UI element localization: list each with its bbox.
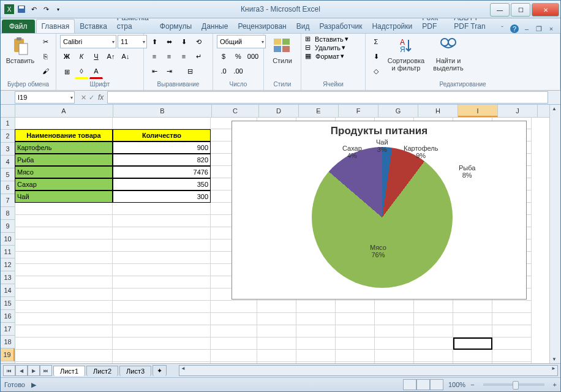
- row-header-13[interactable]: 13: [1, 271, 15, 284]
- align-middle-icon[interactable]: ⬌: [162, 35, 176, 48]
- tab-view[interactable]: Вид: [292, 20, 315, 33]
- sheet-first-icon[interactable]: ⏮: [3, 365, 15, 376]
- doc-minimize-icon[interactable]: –: [522, 24, 531, 33]
- save-icon[interactable]: [17, 4, 26, 14]
- styles-button[interactable]: Стили: [268, 35, 297, 66]
- undo-icon[interactable]: ↶: [29, 4, 39, 14]
- cell-A7[interactable]: Чай: [15, 190, 113, 203]
- redo-icon[interactable]: ↷: [41, 4, 51, 14]
- cell-B7[interactable]: 300: [113, 190, 211, 203]
- decrease-decimal-icon[interactable]: .00: [232, 64, 245, 78]
- cell-A5[interactable]: Мясо: [15, 166, 113, 178]
- zoom-slider[interactable]: [483, 383, 544, 386]
- row-header-2[interactable]: 2: [1, 130, 15, 143]
- font-color-button[interactable]: A: [89, 64, 103, 79]
- normal-view-button[interactable]: [403, 379, 416, 390]
- percent-icon[interactable]: %: [232, 50, 245, 63]
- row-header-7[interactable]: 7: [1, 194, 15, 207]
- tab-insert[interactable]: Вставка: [75, 20, 112, 33]
- col-header-E[interactable]: E: [299, 105, 339, 117]
- fill-icon[interactable]: ⬇: [369, 50, 383, 63]
- delete-cells-button[interactable]: ⊟ Удалить ▾: [305, 43, 345, 51]
- formula-bar[interactable]: [107, 91, 548, 104]
- tab-home[interactable]: Главная: [36, 19, 75, 33]
- new-sheet-button[interactable]: ✦: [152, 365, 167, 376]
- cell-A2[interactable]: Наименование товара: [15, 129, 113, 141]
- sheet-tab-3[interactable]: Лист3: [119, 366, 151, 376]
- zoom-level[interactable]: 100%: [448, 381, 465, 388]
- fx-enter-icon[interactable]: ✓: [89, 94, 94, 102]
- grid[interactable]: ABCDEFGHIJ 12345678910111213141516171819…: [1, 105, 549, 363]
- row-header-20[interactable]: 20: [1, 361, 15, 363]
- format-painter-icon[interactable]: 🖌: [39, 64, 52, 78]
- fill-color-button[interactable]: ◊: [75, 64, 88, 79]
- tab-review[interactable]: Рецензирован: [233, 20, 291, 33]
- underline-button[interactable]: Ч: [89, 50, 103, 63]
- row-header-5[interactable]: 5: [1, 168, 15, 181]
- italic-button[interactable]: К: [75, 50, 88, 63]
- paste-button[interactable]: Вставить: [4, 35, 36, 66]
- cell-B5[interactable]: 7476: [113, 166, 211, 178]
- align-top-icon[interactable]: ⬆: [148, 35, 161, 48]
- embedded-chart[interactable]: Продукты питания Картофель 9% Рыба 8% Мя…: [232, 121, 527, 300]
- col-header-G[interactable]: G: [378, 105, 418, 117]
- autosum-icon[interactable]: Σ: [369, 35, 383, 48]
- zoom-in-button[interactable]: +: [553, 381, 557, 388]
- col-header-B[interactable]: B: [113, 105, 212, 117]
- row-header-9[interactable]: 9: [1, 220, 15, 233]
- cell-A4[interactable]: Рыба: [15, 154, 113, 166]
- col-header-H[interactable]: H: [418, 105, 458, 117]
- font-size-combo[interactable]: 11: [118, 35, 147, 48]
- sheet-prev-icon[interactable]: ◀: [15, 365, 28, 376]
- increase-font-icon[interactable]: A↑: [104, 50, 118, 63]
- sheet-next-icon[interactable]: ▶: [28, 365, 40, 376]
- row-header-10[interactable]: 10: [1, 233, 15, 246]
- orientation-icon[interactable]: ⟲: [192, 35, 205, 48]
- col-header-D[interactable]: D: [259, 105, 299, 117]
- help-icon[interactable]: ?: [510, 24, 519, 33]
- fx-icon[interactable]: fx: [98, 93, 104, 102]
- wrap-text-icon[interactable]: ↵: [192, 50, 205, 63]
- cell-B3[interactable]: 900: [113, 141, 211, 154]
- cell-B6[interactable]: 350: [113, 178, 211, 190]
- sheet-last-icon[interactable]: ⏭: [40, 365, 52, 376]
- decrease-indent-icon[interactable]: ⇤: [148, 64, 161, 78]
- tab-addins[interactable]: Надстройки: [367, 20, 417, 33]
- clear-icon[interactable]: ◇: [369, 64, 383, 78]
- align-left-icon[interactable]: ≡: [148, 50, 161, 63]
- row-header-1[interactable]: 1: [1, 117, 15, 130]
- col-header-A[interactable]: A: [15, 105, 113, 117]
- page-layout-view-button[interactable]: [416, 379, 430, 390]
- doc-restore-icon[interactable]: ❐: [535, 24, 543, 33]
- col-header-J[interactable]: J: [498, 105, 538, 117]
- doc-close-icon[interactable]: ×: [547, 24, 555, 33]
- cells[interactable]: Продукты питания Картофель 9% Рыба 8% Мя…: [15, 117, 549, 363]
- qat-dropdown-icon[interactable]: ▾: [53, 4, 63, 14]
- cut-icon[interactable]: ✂: [39, 35, 52, 48]
- row-header-12[interactable]: 12: [1, 258, 15, 271]
- find-select-button[interactable]: Найти и выделить: [429, 35, 467, 73]
- cell-B4[interactable]: 820: [113, 154, 211, 166]
- row-header-17[interactable]: 17: [1, 323, 15, 336]
- format-cells-button[interactable]: ▦ Формат ▾: [305, 52, 344, 60]
- cell-A6[interactable]: Сахар: [15, 178, 113, 190]
- bold-button[interactable]: Ж: [60, 50, 73, 63]
- align-right-icon[interactable]: ≡: [177, 50, 190, 63]
- row-header-6[interactable]: 6: [1, 181, 15, 194]
- row-header-11[interactable]: 11: [1, 246, 15, 258]
- cell-A3[interactable]: Картофель: [15, 141, 113, 154]
- row-header-14[interactable]: 14: [1, 284, 15, 297]
- file-tab[interactable]: Файл: [2, 20, 35, 33]
- align-center-icon[interactable]: ≡: [162, 50, 176, 63]
- sort-filter-button[interactable]: AЯСортировка и фильтр: [385, 35, 427, 73]
- decrease-font-icon[interactable]: A↓: [119, 50, 132, 63]
- macro-record-icon[interactable]: ▶: [31, 381, 36, 389]
- border-button[interactable]: ⊞: [60, 65, 73, 78]
- copy-icon[interactable]: ⎘: [39, 50, 52, 63]
- tab-formulas[interactable]: Формулы: [155, 20, 197, 33]
- horizontal-scrollbar[interactable]: [179, 365, 558, 376]
- increase-indent-icon[interactable]: ⇥: [162, 64, 176, 78]
- merge-icon[interactable]: ⊟: [177, 64, 203, 78]
- currency-icon[interactable]: $: [217, 50, 230, 63]
- increase-decimal-icon[interactable]: .0: [217, 64, 230, 78]
